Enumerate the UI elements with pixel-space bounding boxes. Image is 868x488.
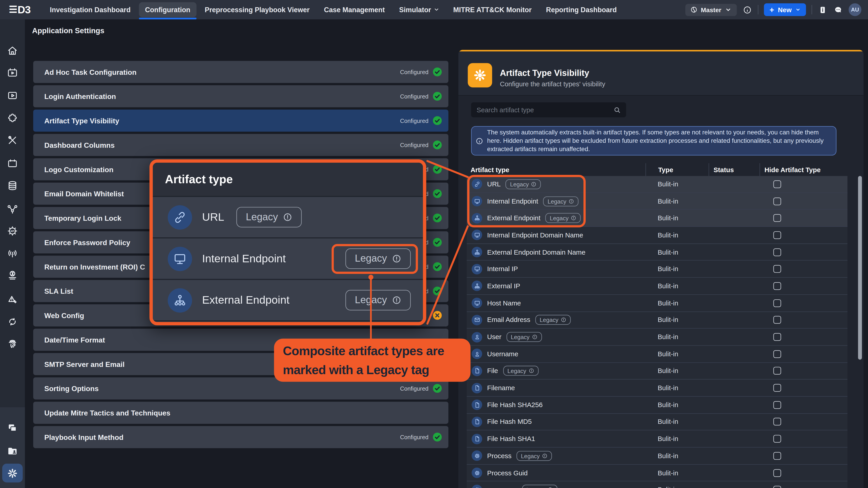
table-row[interactable]: Host NameBulit-in	[467, 295, 847, 312]
table-header: Artifact type Type Status Hide Artifact …	[467, 163, 847, 176]
hide-artifact-checkbox[interactable]	[773, 469, 781, 477]
tab-simulator[interactable]: Simulator	[392, 0, 446, 20]
tab-preprocessing-playbook-viewer[interactable]: Preprocessing Playbook Viewer	[197, 0, 317, 20]
table-row[interactable]: Internal IPBulit-in	[467, 261, 847, 278]
table-row[interactable]: FileLegacyBulit-in	[467, 363, 847, 380]
release-notes-button[interactable]	[817, 5, 828, 15]
hide-artifact-checkbox[interactable]	[773, 435, 781, 443]
sidebar-item-fingerprint[interactable]	[0, 334, 25, 354]
sidebar-item-data-management[interactable]	[0, 175, 25, 195]
hide-cell	[760, 214, 839, 222]
d3-logo[interactable]: ☰ D3	[9, 4, 31, 16]
hide-artifact-checkbox[interactable]	[773, 452, 781, 459]
configured-label: Configured	[400, 93, 429, 99]
table-row[interactable]: File Hash SHA256Bulit-in	[467, 397, 847, 414]
chip-icon	[472, 451, 483, 461]
table-row[interactable]: LegacyBulit-in	[467, 482, 847, 488]
popup-artifact-name: URL	[202, 211, 224, 223]
hide-artifact-checkbox[interactable]	[773, 333, 781, 341]
info-button[interactable]	[742, 5, 752, 15]
table-row[interactable]: UsernameBulit-in	[467, 346, 847, 363]
artifact-name: File Hash SHA1	[487, 435, 535, 443]
tab-investigation-dashboard[interactable]: Investigation Dashboard	[43, 0, 138, 20]
search-input[interactable]	[471, 106, 613, 113]
table-row[interactable]: External IPBulit-in	[467, 278, 847, 295]
check-circle-icon	[433, 116, 442, 125]
table-row[interactable]: File Hash SHA1Bulit-in	[467, 431, 847, 448]
table-row[interactable]: File Hash MD5Bulit-in	[467, 414, 847, 431]
table-row[interactable]: Internal EndpointLegacyBulit-in	[467, 193, 847, 210]
sidebar-item-home[interactable]	[0, 40, 25, 60]
user-avatar[interactable]: AU	[848, 3, 861, 16]
sidebar-item-web-intel[interactable]	[0, 265, 25, 285]
hide-artifact-checkbox[interactable]	[773, 248, 781, 256]
sidebar-item-case-files[interactable]	[0, 441, 25, 461]
sidebar-item-playbook-viewer[interactable]	[0, 85, 25, 105]
new-button[interactable]: + New	[764, 3, 806, 16]
hide-artifact-checkbox[interactable]	[773, 384, 781, 392]
hide-artifact-checkbox[interactable]	[773, 350, 781, 358]
tab-reporting-dashboard[interactable]: Reporting Dashboard	[539, 0, 624, 20]
sidebar-item-connections[interactable]	[0, 199, 25, 219]
settings-item-artifact-type-visibility[interactable]: Artifact Type VisibilityConfigured	[33, 109, 448, 132]
table-row[interactable]: External EndpointLegacyBulit-in	[467, 210, 847, 227]
table-row[interactable]: Internal Endpoint Domain NameBulit-in	[467, 227, 847, 244]
settings-item-login-authentication[interactable]: Login AuthenticationConfigured	[33, 85, 448, 107]
settings-item-update-mitre-tactics-and-techniques[interactable]: Update Mitre Tactics and Techniques	[33, 402, 448, 424]
popup-row-internal-endpoint: Internal EndpointLegacy	[153, 238, 423, 280]
tenant-selector[interactable]: Master	[685, 4, 737, 16]
hide-cell	[760, 452, 839, 459]
sidebar-item-utilities[interactable]	[0, 130, 25, 150]
sidebar-item-integrations[interactable]	[0, 108, 25, 128]
settings-item-ad-hoc-task-configuration[interactable]: Ad Hoc Task ConfigurationConfigured	[33, 61, 448, 83]
legacy-info-icon	[531, 182, 536, 187]
table-row[interactable]: URLLegacyBulit-in	[467, 176, 847, 193]
artifact-search[interactable]	[471, 102, 626, 117]
hide-cell	[760, 418, 839, 426]
hide-artifact-checkbox[interactable]	[773, 214, 781, 222]
tab-configuration[interactable]: Configuration	[138, 0, 197, 20]
hide-artifact-checkbox[interactable]	[773, 282, 781, 290]
sidebar-item-screens[interactable]	[0, 418, 25, 437]
sidebar-item-scheduled-playbooks[interactable]	[0, 63, 25, 83]
sidebar-item-api[interactable]: API	[0, 221, 25, 240]
settings-item-dashboard-columns[interactable]: Dashboard ColumnsConfigured	[33, 134, 448, 156]
hide-artifact-checkbox[interactable]	[773, 231, 781, 239]
sidebar-item-settings[interactable]	[0, 463, 25, 483]
messages-button[interactable]	[833, 5, 843, 15]
hide-artifact-checkbox[interactable]	[773, 265, 781, 273]
table-row[interactable]: UserLegacyBulit-in	[467, 329, 847, 346]
popup-title: Artifact type	[165, 173, 233, 186]
hide-artifact-checkbox[interactable]	[773, 299, 781, 307]
hide-artifact-checkbox[interactable]	[773, 316, 781, 324]
settings-item-label: Ad Hoc Task Configuration	[44, 68, 136, 76]
hide-artifact-checkbox[interactable]	[773, 486, 781, 488]
table-row[interactable]: Process GuidBulit-in	[467, 464, 847, 482]
hide-artifact-checkbox[interactable]	[773, 401, 781, 409]
type-cell: Bulit-in	[646, 435, 709, 443]
hide-artifact-checkbox[interactable]	[773, 180, 781, 188]
tab-label: Simulator	[399, 6, 431, 13]
hide-artifact-checkbox[interactable]	[773, 418, 781, 426]
sidebar-item-event-board[interactable]	[0, 153, 25, 173]
table-row[interactable]: Email AddressLegacyBulit-in	[467, 312, 847, 329]
artifact-cell: External EndpointLegacy	[467, 213, 645, 223]
sidebar-item-incident-report[interactable]	[0, 289, 25, 309]
settings-item-playbook-input-method[interactable]: Playbook Input MethodConfigured	[33, 426, 448, 448]
table-scrollbar[interactable]	[858, 176, 862, 360]
hide-artifact-checkbox[interactable]	[773, 197, 781, 205]
hide-cell	[760, 469, 839, 477]
table-row[interactable]: ProcessLegacyBulit-in	[467, 448, 847, 464]
table-row[interactable]: External Endpoint Domain NameBulit-in	[467, 244, 847, 261]
top-navigation: ☰ D3 Investigation DashboardConfiguratio…	[0, 0, 868, 20]
artifact-name: File Hash SHA256	[487, 401, 543, 409]
table-row[interactable]: FilenameBulit-in	[467, 380, 847, 397]
sidebar-item-broadcast[interactable]	[0, 243, 25, 263]
tab-mitre-att-ck-monitor[interactable]: MITRE ATT&CK Monitor	[446, 0, 539, 20]
artifact-name: External IP	[487, 282, 520, 290]
hide-artifact-checkbox[interactable]	[773, 367, 781, 375]
sidebar-item-sync[interactable]	[0, 312, 25, 331]
legacy-tag: Legacy	[506, 179, 541, 189]
legacy-tag-label: Legacy	[526, 486, 545, 488]
tab-case-management[interactable]: Case Management	[317, 0, 392, 20]
